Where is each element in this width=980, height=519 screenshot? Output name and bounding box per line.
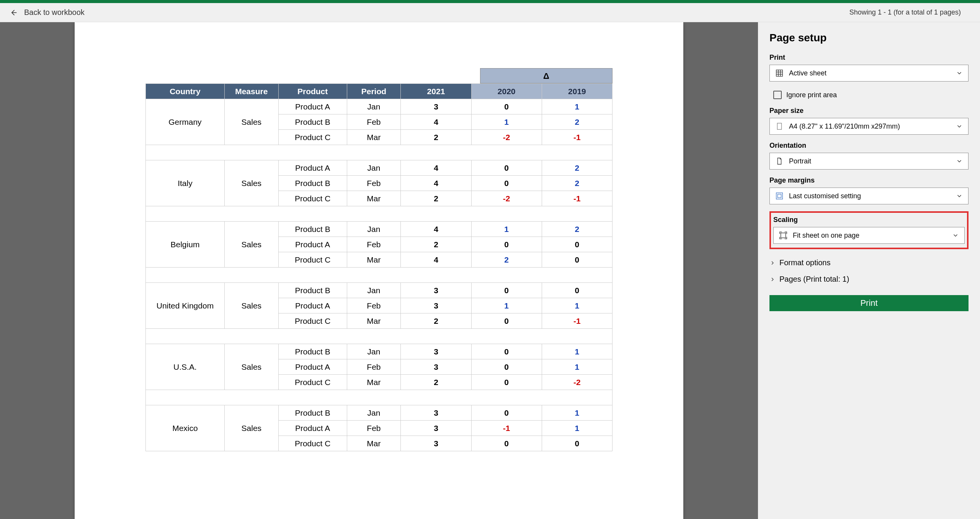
- measure-cell: Sales: [224, 99, 278, 145]
- period-cell: Mar: [347, 436, 401, 451]
- y2019-cell: 1: [542, 421, 612, 436]
- chevron-down-icon: [956, 193, 963, 199]
- measure-cell: Sales: [224, 160, 278, 206]
- y2020-cell: 0: [471, 405, 542, 421]
- table-row: GermanySalesProduct AJan301: [146, 99, 612, 114]
- chevron-down-icon: [956, 123, 963, 130]
- th-2019: 2019: [542, 84, 612, 99]
- y2021-cell: 3: [401, 421, 471, 436]
- ignore-print-area-checkbox[interactable]: Ignore print area: [773, 91, 969, 99]
- country-cell: Italy: [146, 160, 225, 206]
- orientation-value: Portrait: [789, 157, 811, 165]
- orientation-dropdown[interactable]: Portrait: [769, 153, 969, 170]
- format-options-collapser[interactable]: Format options: [769, 255, 969, 271]
- y2019-cell: 1: [542, 359, 612, 375]
- print-button[interactable]: Print: [769, 295, 969, 311]
- svg-rect-2: [776, 193, 783, 199]
- paper-size-dropdown[interactable]: A4 (8.27" x 11.69"/210mm x297mm): [769, 118, 969, 135]
- y2020-cell: 1: [471, 222, 542, 237]
- accent-bar: [0, 0, 980, 3]
- y2021-cell: 2: [401, 191, 471, 206]
- measure-cell: Sales: [224, 405, 278, 451]
- y2020-cell: 0: [471, 160, 542, 176]
- table-row: United KingdomSalesProduct BJan300: [146, 283, 612, 298]
- product-cell: Product A: [278, 237, 347, 252]
- country-cell: Germany: [146, 99, 225, 145]
- product-cell: Product B: [278, 114, 347, 130]
- ignore-print-area-label: Ignore print area: [786, 91, 837, 99]
- y2020-cell: -1: [471, 421, 542, 436]
- y2019-cell: 0: [542, 252, 612, 268]
- y2019-cell: -1: [542, 313, 612, 329]
- group-separator: [146, 206, 612, 222]
- back-to-workbook-link[interactable]: Back to workbook: [24, 8, 85, 17]
- y2020-cell: 0: [471, 237, 542, 252]
- period-cell: Jan: [347, 344, 401, 359]
- margins-value: Last customised setting: [789, 192, 861, 200]
- period-cell: Feb: [347, 359, 401, 375]
- th-measure: Measure: [224, 84, 278, 99]
- table-row: MexicoSalesProduct BJan301: [146, 405, 612, 421]
- y2021-cell: 4: [401, 114, 471, 130]
- y2019-cell: 0: [542, 283, 612, 298]
- y2019-cell: -1: [542, 130, 612, 145]
- th-product: Product: [278, 84, 347, 99]
- period-cell: Feb: [347, 114, 401, 130]
- y2019-cell: 0: [542, 436, 612, 451]
- period-cell: Feb: [347, 298, 401, 313]
- orientation-label: Orientation: [769, 142, 969, 150]
- back-arrow-icon[interactable]: [10, 9, 17, 16]
- page-setup-sidebar: Page setup Print Active sheet Ignore pri…: [758, 22, 980, 519]
- y2019-cell: -1: [542, 191, 612, 206]
- y2019-cell: 2: [542, 222, 612, 237]
- y2020-cell: 0: [471, 436, 542, 451]
- period-cell: Feb: [347, 421, 401, 436]
- paper-size-label: Paper size: [769, 107, 969, 115]
- measure-cell: Sales: [224, 283, 278, 329]
- svg-rect-1: [777, 123, 782, 130]
- y2021-cell: 3: [401, 283, 471, 298]
- scaling-value: Fit sheet on one page: [793, 232, 859, 240]
- y2021-cell: 3: [401, 99, 471, 114]
- margins-dropdown[interactable]: Last customised setting: [769, 188, 969, 204]
- period-cell: Mar: [347, 191, 401, 206]
- measure-cell: Sales: [224, 222, 278, 268]
- print-section-label: Print: [769, 54, 969, 62]
- product-cell: Product B: [278, 176, 347, 191]
- active-sheet-icon: [775, 69, 784, 77]
- svg-rect-0: [776, 70, 783, 77]
- group-separator: [146, 145, 612, 160]
- scaling-highlight: Scaling Fit sheet on one page: [769, 211, 969, 249]
- period-cell: Jan: [347, 99, 401, 114]
- sidebar-title: Page setup: [769, 32, 969, 44]
- y2021-cell: 3: [401, 344, 471, 359]
- product-cell: Product C: [278, 375, 347, 390]
- product-cell: Product A: [278, 298, 347, 313]
- y2020-cell: 0: [471, 375, 542, 390]
- print-dropdown[interactable]: Active sheet: [769, 65, 969, 82]
- product-cell: Product A: [278, 99, 347, 114]
- y2021-cell: 2: [401, 130, 471, 145]
- pages-collapser[interactable]: Pages (Print total: 1): [769, 271, 969, 287]
- y2019-cell: 2: [542, 160, 612, 176]
- product-cell: Product C: [278, 313, 347, 329]
- data-table: Country Measure Product Period 2021 2020…: [145, 83, 612, 451]
- y2019-cell: 2: [542, 114, 612, 130]
- period-cell: Feb: [347, 237, 401, 252]
- product-cell: Product B: [278, 344, 347, 359]
- scaling-dropdown[interactable]: Fit sheet on one page: [773, 227, 965, 244]
- scaling-label: Scaling: [773, 216, 965, 224]
- country-cell: Mexico: [146, 405, 225, 451]
- y2021-cell: 4: [401, 252, 471, 268]
- chevron-right-icon: [769, 260, 776, 266]
- pages-label: Pages (Print total: 1): [779, 275, 849, 284]
- country-cell: Belgium: [146, 222, 225, 268]
- th-2020: 2020: [471, 84, 542, 99]
- margins-label: Page margins: [769, 176, 969, 184]
- product-cell: Product C: [278, 191, 347, 206]
- product-cell: Product A: [278, 160, 347, 176]
- product-cell: Product C: [278, 130, 347, 145]
- y2020-cell: 0: [471, 283, 542, 298]
- country-cell: U.S.A.: [146, 344, 225, 390]
- print-dropdown-value: Active sheet: [789, 69, 826, 77]
